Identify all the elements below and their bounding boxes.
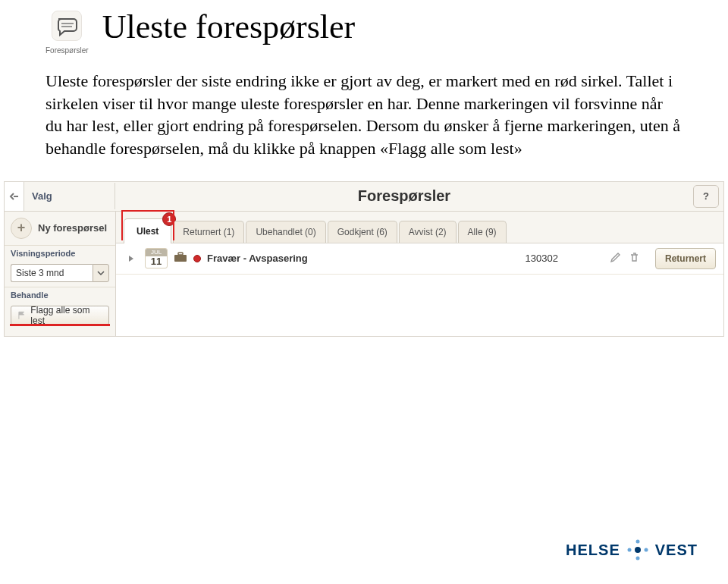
flag-all-read-label: Flagg alle som lest bbox=[30, 305, 102, 326]
app-icon-label: Forespørsler bbox=[46, 46, 89, 55]
tab-avvist[interactable]: Avvist (2) bbox=[399, 221, 457, 243]
svg-rect-4 bbox=[178, 253, 183, 255]
brand-text-helse: HELSE bbox=[566, 542, 620, 559]
requests-icon bbox=[52, 11, 82, 41]
sidebar-section-visningsperiode: Visningsperiode bbox=[5, 245, 115, 260]
delete-icon[interactable] bbox=[629, 252, 640, 265]
brand-logo: HELSE VEST bbox=[566, 538, 698, 561]
page-title: Uleste forespørsler bbox=[102, 8, 356, 46]
tab-ulest[interactable]: Ulest 1 bbox=[124, 218, 171, 243]
tab-returnert[interactable]: Returnert (1) bbox=[173, 221, 244, 243]
flag-all-read-button[interactable]: Flagg alle som lest bbox=[11, 306, 109, 325]
doc-body: Uleste forespørsler der siste endring ik… bbox=[0, 55, 728, 160]
briefcase-icon bbox=[174, 252, 187, 265]
new-request-label[interactable]: Ny forespørsel bbox=[38, 222, 107, 234]
app-icon-box: Forespørsler bbox=[46, 8, 89, 55]
dock-toggle-button[interactable] bbox=[5, 182, 24, 211]
brand-text-vest: VEST bbox=[655, 542, 698, 559]
tab-godkjent[interactable]: Godkjent (6) bbox=[328, 221, 397, 243]
edit-icon[interactable] bbox=[610, 252, 621, 265]
flag-icon bbox=[17, 311, 26, 320]
svg-point-6 bbox=[635, 540, 639, 544]
unread-dot-icon bbox=[193, 255, 201, 262]
period-select[interactable]: Siste 3 mnd bbox=[11, 264, 109, 282]
svg-point-5 bbox=[635, 547, 641, 553]
panel-title: Forespørsler bbox=[115, 187, 693, 205]
brand-dots-icon bbox=[626, 538, 649, 561]
request-type-label: Fravær - Avspasering bbox=[207, 253, 308, 264]
chevron-down-icon[interactable] bbox=[93, 264, 109, 282]
calendar-icon: JUL 11 bbox=[145, 248, 168, 268]
new-request-plus-button[interactable]: + bbox=[11, 218, 32, 239]
svg-rect-3 bbox=[174, 255, 187, 262]
request-row[interactable]: JUL 11 Fravær - Avspasering 130302 Retur… bbox=[116, 243, 723, 275]
sidebar-header-valg: Valg bbox=[24, 183, 115, 209]
screenshot-panel: Valg Forespørsler ? + Ny forespørsel Vis… bbox=[4, 181, 724, 337]
status-chip-returnert: Returnert bbox=[655, 248, 716, 269]
tab-ubehandlet[interactable]: Ubehandlet (0) bbox=[246, 221, 325, 243]
tab-alle[interactable]: Alle (9) bbox=[458, 221, 507, 243]
expand-row-icon[interactable] bbox=[124, 255, 139, 262]
sidebar-section-behandle: Behandle bbox=[5, 287, 115, 302]
period-select-value[interactable]: Siste 3 mnd bbox=[11, 264, 93, 282]
svg-point-9 bbox=[644, 548, 648, 552]
highlight-underline bbox=[10, 324, 110, 326]
help-button[interactable]: ? bbox=[693, 185, 719, 208]
svg-point-7 bbox=[635, 557, 639, 560]
svg-point-8 bbox=[627, 548, 631, 552]
request-id: 130302 bbox=[526, 253, 558, 264]
